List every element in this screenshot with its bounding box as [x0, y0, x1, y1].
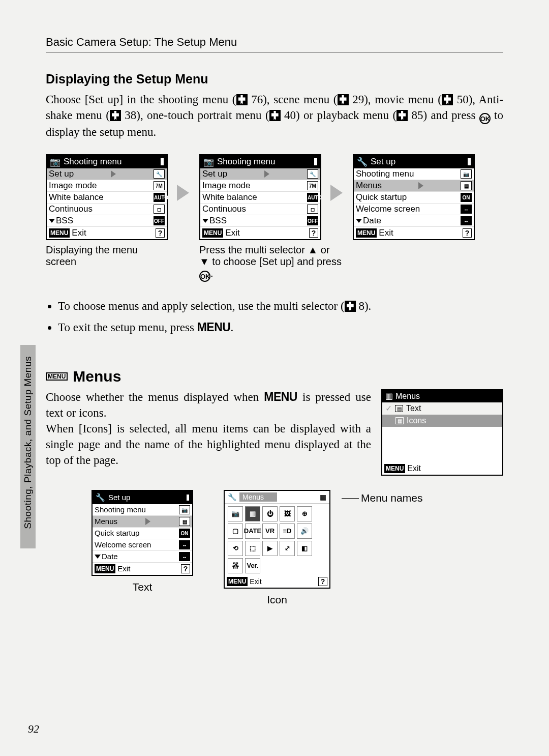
side-tab-text: Shooting, Playback, and Setup Menus: [22, 356, 34, 529]
screens-row: 📷Shooting menu Set up🔧 Image mode7M Whit…: [46, 154, 503, 240]
icon-caption: Icon: [267, 594, 287, 606]
lcd-menus-options: ▥Menus ✓▤Text ▦Icons MENUExit: [381, 389, 503, 476]
scroll-indicator-icon: [161, 158, 164, 165]
caption-2: Press the multi selector ▲ or ▼ to choos…: [199, 244, 342, 282]
lcd-text-mode: 🔧Set up Shooting menu📷 Menus▤ Quick star…: [92, 490, 193, 576]
captions-row: Displaying the menu screen Press the mul…: [46, 244, 503, 282]
help-icon: ?: [156, 228, 165, 238]
book-ref-icon: [236, 94, 248, 105]
bullet-list: To choose menus and apply selection, use…: [46, 297, 503, 337]
chevron-right-icon: [264, 170, 269, 178]
book-ref-icon: [269, 110, 281, 121]
lcd-icon-mode: 🔧 Menus ▦ 📷 ▥ ⏻ 🖼 ⊕ ▢ DATE VR ≡D 🔊 ⟲: [224, 490, 330, 589]
book-ref-icon: [345, 301, 356, 312]
camera-icon: 📷: [50, 157, 60, 167]
wrench-icon: 🔧: [357, 157, 368, 167]
wrench-icon: 🔧: [96, 493, 105, 502]
bullet-1: To choose menus and apply selection, use…: [58, 297, 503, 316]
menu-button-glyph: MENU: [197, 321, 231, 334]
bullet-2: To exit the setup menu, press MENU.: [58, 318, 503, 337]
down-caret-icon: [49, 219, 55, 223]
icon-grid: 📷 ▥ ⏻ 🖼 ⊕ ▢ DATE VR ≡D 🔊 ⟲ ⬚ ▶ ⤢ ◧ 器: [225, 504, 329, 575]
chevron-right-icon: [111, 170, 116, 178]
ok-button-icon: OK: [199, 271, 210, 282]
ok-button-icon: OK: [479, 113, 491, 124]
grid-icon: ▦: [320, 493, 326, 501]
caption-1: Displaying the menu screen: [46, 244, 168, 282]
arrow-right-icon: [330, 185, 343, 201]
lcd-shooting-menu-1: 📷Shooting menu Set up🔧 Image mode7M Whit…: [46, 154, 168, 240]
lcd-shooting-menu-2: 📷Shooting menu Set up🔧 Image mode7M Whit…: [199, 154, 321, 240]
intro-paragraph: Choose [Set up] in the shooting menu ( 7…: [46, 92, 503, 140]
lcd-setup-menu: 🔧Set up Shooting menu📷 Menus▤ Quick star…: [353, 154, 475, 240]
menus-description: Choose whether the menus displayed when …: [46, 389, 371, 468]
menus-heading: MENU Menus: [46, 368, 503, 385]
page-header: Basic Camera Setup: The Setup Menu: [46, 36, 503, 52]
lower-screens-row: 🔧Set up Shooting menu📷 Menus▤ Quick star…: [92, 490, 503, 606]
menu-button-glyph: MENU: [264, 390, 297, 403]
book-ref-icon: [396, 110, 408, 121]
arrow-right-icon: [177, 185, 189, 201]
camera-icon: 📷: [203, 157, 214, 167]
menu-names-label: Menu names: [361, 492, 422, 504]
text-caption: Text: [133, 581, 152, 593]
menu-label-icon: MENU: [49, 228, 70, 238]
book-ref-icon: [338, 94, 349, 105]
menu-heading-icon: MENU: [46, 372, 68, 381]
book-ref-icon: [442, 94, 453, 105]
page-number: 92: [28, 722, 39, 736]
setup-indicator-icon: 🔧: [154, 169, 165, 179]
check-icon: ✓: [385, 403, 392, 413]
section-title: Displaying the Setup Menu: [46, 72, 503, 86]
wrench-icon: 🔧: [228, 493, 236, 501]
menu-icon: ▥: [385, 391, 393, 401]
book-ref-icon: [110, 110, 121, 121]
